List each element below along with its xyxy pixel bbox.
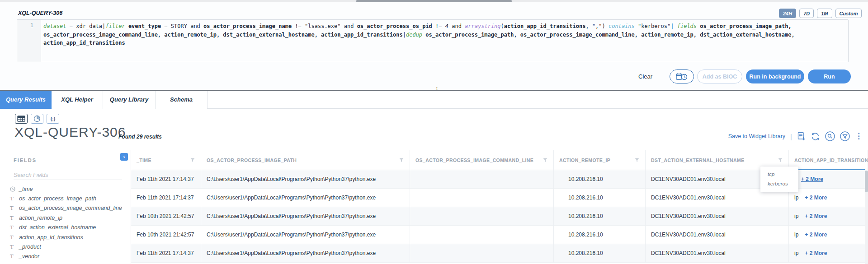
more-transitions-link[interactable]: + 2 More: [801, 176, 823, 182]
field-item-dst-action-external-hostname[interactable]: Tdst_action_external_hostname: [0, 223, 131, 232]
results-table: _TIMEOS_ACTOR_PROCESS_IMAGE_PATHOS_ACTOR…: [131, 150, 868, 264]
path-cell: C:\Users\user1\AppData\Local\Programs\Py…: [201, 189, 410, 207]
field-name: _time: [19, 186, 33, 192]
transitions-value: ip: [794, 250, 798, 256]
query-code[interactable]: dataset = xdr_data|filter event_type = S…: [41, 20, 848, 62]
time-cell: Feb 10th 2021 21:42:57: [131, 207, 201, 226]
query-editor[interactable]: 1 dataset = xdr_data|filter event_type =…: [17, 19, 849, 62]
host-cell: DC1ENV30ADC01.env30.local: [646, 244, 789, 263]
calendar-clock-icon: [676, 73, 688, 81]
table-header-row: _TIMEOS_ACTOR_PROCESS_IMAGE_PATHOS_ACTOR…: [131, 150, 868, 170]
clock-icon: [10, 186, 19, 192]
transitions-cell: ip+ 2 More: [789, 244, 868, 263]
column-header-action-app-id-transitions[interactable]: ACTION_APP_ID_TRANSITIONS: [789, 150, 868, 170]
tab-query-library[interactable]: Query Library: [103, 91, 156, 109]
fields-header: FIELDS: [14, 157, 37, 163]
text-type-icon: T: [10, 253, 19, 259]
table-row[interactable]: Feb 11th 2021 17:14:37C:\Users\user1\App…: [131, 189, 868, 207]
text-type-icon: T: [10, 244, 19, 250]
export-icon[interactable]: [797, 132, 806, 141]
table-scrollbar[interactable]: [865, 171, 868, 264]
column-label: ACTION_REMOTE_IP: [559, 157, 610, 163]
transitions-value: ip: [794, 195, 798, 201]
result-count: Found 29 results: [118, 134, 162, 140]
cmd-cell: [410, 207, 554, 226]
more-transitions-link[interactable]: + 2 More: [805, 195, 827, 201]
more-transitions-link[interactable]: + 2 More: [805, 232, 827, 238]
run-button[interactable]: Run: [808, 69, 851, 83]
field-name: _product: [19, 244, 41, 250]
table-scrollbar-thumb[interactable]: [865, 171, 868, 192]
transitions-column-highlight: [789, 169, 865, 170]
save-to-widget-library-link[interactable]: Save to Widget Library: [728, 133, 785, 139]
transitions-cell: ip+ 2 More: [789, 207, 868, 226]
tab-xql-helper[interactable]: XQL Helper: [52, 91, 103, 109]
collapse-fields-panel-button[interactable]: ‹: [120, 153, 128, 161]
field-item--vendor[interactable]: T_vendor: [0, 252, 131, 261]
table-row[interactable]: Feb 11th 2021 17:14:37C:\Users\user1\App…: [131, 244, 868, 263]
json-view-icon[interactable]: {;}: [47, 114, 59, 124]
refresh-icon[interactable]: [811, 132, 820, 141]
column-header--time[interactable]: _TIME: [131, 150, 201, 170]
field-item-action-remote-ip[interactable]: Taction_remote_ip: [0, 213, 131, 222]
column-label: DST_ACTION_EXTERNAL_HOSTNAME: [651, 157, 745, 163]
run-in-background-button[interactable]: Run in background: [746, 69, 804, 83]
field-name: os_actor_process_image_path: [19, 195, 96, 202]
cmd-cell: [410, 226, 554, 244]
transitions-cell: + 2 More: [789, 170, 868, 189]
column-label: OS_ACTOR_PROCESS_IMAGE_PATH: [207, 157, 297, 163]
time-range-group: 24H7D1MCustom: [779, 9, 862, 18]
kebab-menu-icon[interactable]: ⋮: [855, 132, 863, 141]
field-item-os-actor-process-image-command-line[interactable]: Tos_actor_process_image_command_line: [0, 204, 131, 213]
time-range-1m[interactable]: 1M: [817, 9, 832, 18]
add-as-bioc-button[interactable]: Add as BIOC: [697, 69, 742, 83]
tab-query-results[interactable]: Query Results: [0, 91, 52, 109]
table-view-icon[interactable]: [15, 114, 28, 124]
table-row[interactable]: Feb 11th 2021 17:14:37C:\Users\user1\App…: [131, 170, 868, 189]
text-type-icon: T: [10, 234, 19, 241]
line-number-gutter: 1: [17, 20, 41, 62]
tab-schema[interactable]: Schema: [156, 91, 208, 109]
time-cell: Feb 11th 2021 17:14:37: [131, 170, 201, 189]
more-transitions-link[interactable]: + 2 More: [805, 250, 827, 256]
schedule-query-button[interactable]: [670, 69, 694, 83]
table-row[interactable]: Feb 10th 2021 21:42:57C:\Users\user1\App…: [131, 207, 868, 226]
field-item-os-actor-process-image-path[interactable]: Tos_actor_process_image_path: [0, 194, 131, 203]
more-transitions-link[interactable]: + 2 More: [805, 213, 827, 219]
transitions-tooltip: tcpkerberos: [760, 167, 798, 192]
table-row[interactable]: Feb 10th 2021 21:42:57C:\Users\user1\App…: [131, 226, 868, 244]
time-range-24h[interactable]: 24H: [779, 9, 796, 18]
transitions-value: ip: [794, 213, 798, 219]
search-fields-input[interactable]: [14, 170, 122, 180]
clear-button[interactable]: Clear: [638, 73, 652, 80]
host-cell: DC1ENV30ADC01.env30.local: [646, 226, 789, 244]
search-icon[interactable]: [825, 131, 835, 141]
query-editor-panel: XQL-QUERY-306 24H7D1MCustom 1 dataset = …: [0, 2, 868, 90]
field-name: _vendor: [19, 253, 39, 259]
time-range-7d[interactable]: 7D: [799, 9, 814, 18]
column-header-action-remote-ip[interactable]: ACTION_REMOTE_IP: [554, 150, 646, 170]
filter-icon[interactable]: [840, 131, 850, 141]
path-cell: C:\Users\user1\AppData\Local\Programs\Py…: [201, 244, 410, 263]
query-line-3: action_app_id_transitions: [43, 39, 848, 47]
field-item--time[interactable]: _time: [0, 184, 131, 194]
time-cell: Feb 11th 2021 17:14:37: [131, 189, 201, 207]
column-header-os-actor-process-image-path[interactable]: OS_ACTOR_PROCESS_IMAGE_PATH: [201, 150, 410, 170]
pie-view-icon[interactable]: [31, 114, 43, 124]
xql-query-app: XQL-QUERY-306 24H7D1MCustom 1 dataset = …: [0, 0, 868, 264]
query-line-1: dataset = xdr_data|filter event_type = S…: [43, 22, 848, 31]
query-name-label: XQL-QUERY-306: [18, 10, 62, 16]
time-cell: Feb 10th 2021 21:42:57: [131, 226, 201, 244]
ip-cell: 10.208.216.10: [554, 207, 646, 226]
field-name: action_app_id_transitions: [19, 234, 83, 241]
host-cell: DC1ENV30ADC01.env30.local: [646, 207, 789, 226]
cmd-cell: [410, 244, 554, 263]
tooltip-item: kerberos: [768, 179, 798, 189]
field-item--product[interactable]: T_product: [0, 242, 131, 251]
column-header-os-actor-process-image-command-line[interactable]: OS_ACTOR_PROCESS_IMAGE_COMMAND_LINE: [410, 150, 554, 170]
path-cell: C:\Users\user1\AppData\Local\Programs\Py…: [201, 170, 410, 189]
field-item-action-app-id-transitions[interactable]: Taction_app_id_transitions: [0, 232, 131, 242]
column-label: OS_ACTOR_PROCESS_IMAGE_COMMAND_LINE: [415, 157, 533, 163]
path-cell: C:\Users\user1\AppData\Local\Programs\Py…: [201, 226, 410, 244]
time-range-custom[interactable]: Custom: [835, 9, 862, 18]
